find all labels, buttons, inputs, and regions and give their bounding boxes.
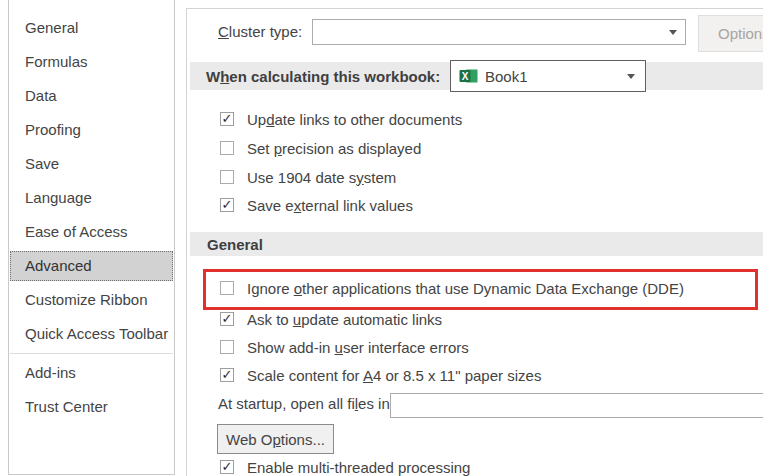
checkbox[interactable] (220, 170, 234, 184)
checkbox-row-ask-update-links[interactable]: ✓ Ask to update automatic links (220, 306, 442, 332)
checkbox-label: Show add-in user interface errors (247, 339, 469, 356)
checkbox[interactable]: ✓ (220, 460, 234, 474)
sidebar-item-trust-center[interactable]: Trust Center (9, 390, 174, 424)
check-icon: ✓ (222, 460, 233, 473)
svg-text:X: X (462, 71, 469, 82)
cluster-options-button[interactable]: Options (698, 15, 763, 52)
checkbox-row-save-external-link-values[interactable]: ✓ Save external link values (220, 192, 413, 218)
checkbox-label: Enable multi-threaded processing (247, 459, 470, 476)
chevron-down-icon (627, 74, 635, 79)
checkbox[interactable] (220, 281, 234, 295)
checkbox-label: Update links to other documents (247, 111, 462, 128)
check-icon: ✓ (222, 112, 233, 125)
checkbox-row-scale-content[interactable]: ✓ Scale content for A4 or 8.5 x 11" pape… (220, 362, 541, 388)
general-section-header: General (190, 232, 763, 256)
checkbox-label: Save external link values (247, 197, 413, 214)
web-options-button[interactable]: Web Options... (217, 424, 334, 454)
checkbox-row-update-links[interactable]: ✓ Update links to other documents (220, 106, 462, 132)
checkbox[interactable]: ✓ (220, 368, 234, 382)
check-icon: ✓ (222, 312, 233, 325)
workbook-name: Book1 (485, 68, 528, 85)
checkbox[interactable] (220, 340, 234, 354)
checkbox[interactable]: ✓ (220, 112, 234, 126)
sidebar-item-advanced[interactable]: Advanced (10, 251, 173, 281)
cluster-type-combobox[interactable] (312, 19, 686, 45)
check-icon: ✓ (222, 368, 233, 381)
cluster-type-label: Cluster type: (218, 22, 302, 42)
sidebar-item-customize-ribbon[interactable]: Customize Ribbon (9, 283, 174, 317)
when-calculating-label: When calculating this workbook: (206, 68, 440, 85)
sidebar-item-data[interactable]: Data (9, 79, 174, 113)
checkbox[interactable]: ✓ (220, 198, 234, 212)
checkbox-label: Ask to update automatic links (247, 311, 442, 328)
sidebar-item-ease-of-access[interactable]: Ease of Access (9, 215, 174, 249)
checkbox-label: Set precision as displayed (247, 140, 421, 157)
checkbox-row-multithreaded[interactable]: ✓ Enable multi-threaded processing (220, 454, 470, 476)
sidebar-item-quick-access-toolbar[interactable]: Quick Access Toolbar (9, 317, 174, 351)
sidebar-item-general[interactable]: General (9, 11, 174, 45)
excel-workbook-icon: X (459, 68, 479, 84)
checkbox-row-set-precision[interactable]: Set precision as displayed (220, 135, 421, 161)
chevron-down-icon (669, 30, 677, 35)
sidebar-item-save[interactable]: Save (9, 147, 174, 181)
general-section-title: General (207, 236, 263, 253)
sidebar-divider (10, 353, 173, 354)
startup-files-input[interactable] (390, 393, 763, 418)
workbook-selector[interactable]: X Book1 (450, 60, 646, 92)
checkbox-label: Use 1904 date system (247, 169, 396, 186)
sidebar-item-formulas[interactable]: Formulas (9, 45, 174, 79)
checkbox-row-1904-date-system[interactable]: Use 1904 date system (220, 164, 396, 190)
sidebar-item-proofing[interactable]: Proofing (9, 113, 174, 147)
sidebar-item-add-ins[interactable]: Add-ins (9, 356, 174, 390)
options-sidebar: General Formulas Data Proofing Save Lang… (8, 0, 175, 475)
checkbox[interactable] (220, 141, 234, 155)
excel-options-dialog: General Formulas Data Proofing Save Lang… (0, 0, 763, 476)
check-icon: ✓ (222, 198, 233, 211)
checkbox-row-addin-ui-errors[interactable]: Show add-in user interface errors (220, 334, 469, 360)
sidebar-item-language[interactable]: Language (9, 181, 174, 215)
checkbox-label: Ignore other applications that use Dynam… (247, 280, 684, 297)
checkbox-row-ignore-dde[interactable]: Ignore other applications that use Dynam… (220, 275, 684, 301)
checkbox-label: Scale content for A4 or 8.5 x 11" paper … (247, 367, 541, 384)
startup-files-label: At startup, open all files in: (218, 394, 394, 414)
checkbox[interactable]: ✓ (220, 312, 234, 326)
